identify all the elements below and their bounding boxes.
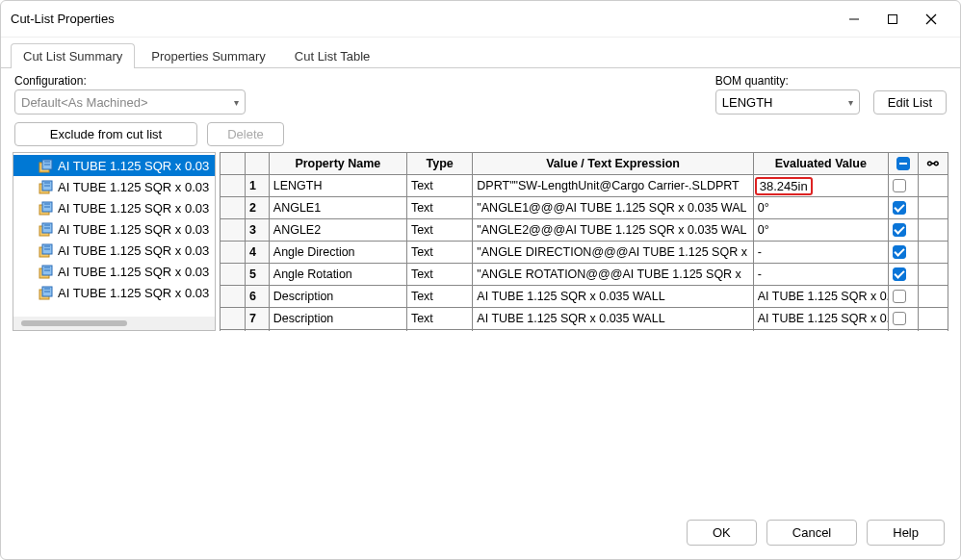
cancel-button[interactable]: Cancel xyxy=(766,520,857,546)
weldment-icon xyxy=(39,285,54,300)
row-number[interactable]: 6 xyxy=(245,286,269,308)
cell-value[interactable]: "ANGLE1@@@AI TUBE 1.125 SQR x 0.035 WAL xyxy=(473,197,753,219)
cell-property-name[interactable]: Description xyxy=(269,308,406,330)
cell-link[interactable] xyxy=(918,219,948,242)
delete-button[interactable]: Delete xyxy=(207,122,284,146)
weldment-icon xyxy=(39,264,54,279)
cell-checkbox[interactable] xyxy=(888,308,918,330)
cell-evaluated[interactable]: 38.245in xyxy=(753,175,888,197)
cell-link[interactable] xyxy=(918,197,948,219)
cell-evaluated[interactable]: 0° xyxy=(753,219,888,242)
cell-property-name[interactable]: ANGLE1 xyxy=(269,197,406,219)
bom-quantity-select[interactable]: LENGTH ▾ xyxy=(715,89,860,115)
header-link[interactable]: ⚯ xyxy=(918,153,948,175)
row-number[interactable]: 3 xyxy=(245,219,269,242)
cell-value[interactable]: DPRT""SW-LengthUnit@Cargo Carrier-.SLDPR… xyxy=(473,175,753,197)
cell-property-name[interactable]: ANGLE2 xyxy=(269,219,406,242)
close-button[interactable] xyxy=(912,5,950,34)
row-number[interactable]: 1 xyxy=(245,175,269,197)
configuration-label: Configuration: xyxy=(14,74,246,88)
row-drag-handle[interactable] xyxy=(221,175,246,197)
cell-property-name[interactable]: Angle Direction xyxy=(269,242,406,264)
tree-item[interactable]: AI TUBE 1.125 SQR x 0.03 xyxy=(13,282,215,303)
cell-value[interactable]: "ANGLE2@@@AI TUBE 1.125 SQR x 0.035 WAL xyxy=(473,219,753,242)
header-property-name[interactable]: Property Name xyxy=(269,153,406,175)
cell-property-name[interactable]: LENGTH xyxy=(269,175,406,197)
edit-list-button[interactable]: Edit List xyxy=(873,90,947,115)
cell-type[interactable]: Text xyxy=(406,219,472,242)
exclude-button[interactable]: Exclude from cut list xyxy=(14,122,197,146)
cell-evaluated[interactable]: - xyxy=(753,242,888,264)
row-number[interactable]: 5 xyxy=(245,264,269,286)
header-evaluated[interactable]: Evaluated Value xyxy=(753,153,888,175)
header-checkbox[interactable] xyxy=(888,153,918,175)
tree-item-label: AI TUBE 1.125 SQR x 0.03 xyxy=(58,180,209,194)
ok-button[interactable]: OK xyxy=(687,520,757,546)
help-button[interactable]: Help xyxy=(867,520,945,546)
tab-cut-list-table[interactable]: Cut List Table xyxy=(282,43,383,68)
config-row: Configuration: Default<As Machined> ▾ BO… xyxy=(1,68,960,118)
row-number[interactable]: 7 xyxy=(245,308,269,330)
cell-checkbox[interactable] xyxy=(888,175,918,197)
cell-checkbox[interactable] xyxy=(888,219,918,242)
tree-item[interactable]: AI TUBE 1.125 SQR x 0.03 xyxy=(13,197,215,218)
tree-item[interactable]: AI TUBE 1.125 SQR x 0.03 xyxy=(13,218,215,240)
scrollbar-thumb[interactable] xyxy=(21,320,127,326)
row-drag-handle[interactable] xyxy=(221,264,246,286)
tree-item[interactable]: AI TUBE 1.125 SQR x 0.03 xyxy=(13,261,215,282)
cell-link[interactable] xyxy=(918,175,948,197)
cell-value[interactable]: AI TUBE 1.125 SQR x 0.035 WALL xyxy=(473,286,753,308)
cell-property-name[interactable]: Description xyxy=(269,286,406,308)
cell-link[interactable] xyxy=(918,308,948,330)
row-drag-handle[interactable] xyxy=(221,308,246,330)
cell-checkbox[interactable] xyxy=(888,264,918,286)
cell-link[interactable] xyxy=(918,286,948,308)
cell-type[interactable]: Text xyxy=(406,242,472,264)
cell-evaluated[interactable]: AI TUBE 1.125 SQR x 0. xyxy=(753,308,888,330)
tab-properties-summary[interactable]: Properties Summary xyxy=(139,43,277,68)
cell-checkbox[interactable] xyxy=(888,286,918,308)
cell-link[interactable] xyxy=(918,264,948,286)
dialog-footer: OK Cancel Help xyxy=(1,510,960,559)
corner-cell[interactable] xyxy=(221,153,246,175)
tree-item[interactable]: AI TUBE 1.125 SQR x 0.03 xyxy=(13,240,215,261)
table-row: 4Angle DirectionText"ANGLE DIRECTION@@@A… xyxy=(221,242,948,264)
tab-bar: Cut List Summary Properties Summary Cut … xyxy=(1,38,960,68)
cell-value[interactable]: AI TUBE 1.125 SQR x 0.035 WALL xyxy=(473,308,753,330)
cell-type[interactable]: Text xyxy=(406,286,472,308)
cell-evaluated[interactable]: - xyxy=(753,264,888,286)
cell-property-name[interactable]: Angle Rotation xyxy=(269,264,406,286)
tree-item[interactable]: AI TUBE 1.125 SQR x 0.03 xyxy=(13,155,215,176)
svg-rect-1 xyxy=(889,14,897,23)
chevron-down-icon: ▾ xyxy=(848,97,853,108)
cell-evaluated[interactable]: 0° xyxy=(753,197,888,219)
row-number[interactable]: 2 xyxy=(245,197,269,219)
row-drag-handle[interactable] xyxy=(221,286,246,308)
cell-link[interactable] xyxy=(918,242,948,264)
cell-type[interactable]: Text xyxy=(406,175,472,197)
cell-value[interactable]: "ANGLE ROTATION@@@AI TUBE 1.125 SQR x xyxy=(473,264,753,286)
configuration-select[interactable]: Default<As Machined> ▾ xyxy=(14,89,246,115)
rownum-header[interactable] xyxy=(245,153,269,175)
cell-type[interactable]: Text xyxy=(406,308,472,330)
tree-scrollbar[interactable] xyxy=(13,317,215,330)
header-type[interactable]: Type xyxy=(406,153,472,175)
maximize-button[interactable] xyxy=(873,5,912,34)
cell-type[interactable]: Text xyxy=(406,264,472,286)
row-drag-handle[interactable] xyxy=(221,219,246,242)
row-drag-handle[interactable] xyxy=(221,242,246,264)
row-number[interactable]: 4 xyxy=(245,242,269,264)
weldment-icon xyxy=(39,158,54,173)
tab-cut-list-summary[interactable]: Cut List Summary xyxy=(11,43,135,68)
table-row: 1LENGTHTextDPRT""SW-LengthUnit@Cargo Car… xyxy=(221,175,948,197)
cell-checkbox[interactable] xyxy=(888,197,918,219)
cell-type[interactable]: Text xyxy=(406,197,472,219)
minimize-button[interactable] xyxy=(835,5,873,34)
cell-checkbox[interactable] xyxy=(888,242,918,264)
cell-evaluated[interactable]: AI TUBE 1.125 SQR x 0. xyxy=(753,286,888,308)
weldment-icon xyxy=(39,179,54,194)
row-drag-handle[interactable] xyxy=(221,197,246,219)
cell-value[interactable]: "ANGLE DIRECTION@@@AI TUBE 1.125 SQR x xyxy=(473,242,753,264)
header-value[interactable]: Value / Text Expression xyxy=(473,153,753,175)
tree-item[interactable]: AI TUBE 1.125 SQR x 0.03 xyxy=(13,176,215,197)
